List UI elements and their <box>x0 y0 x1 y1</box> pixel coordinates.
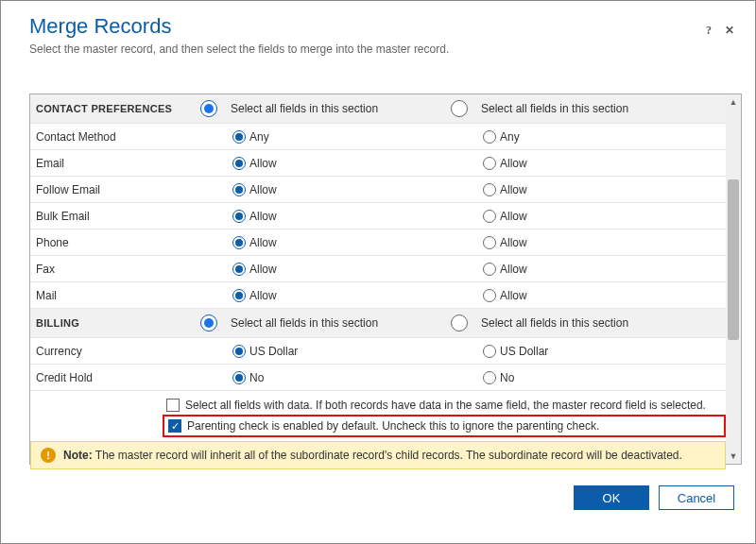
field-value-b: Allow <box>500 289 527 302</box>
cancel-button[interactable]: Cancel <box>659 485 734 510</box>
field-value-a: Allow <box>249 263 277 276</box>
dialog-subtitle: Select the master record, and then selec… <box>29 42 727 56</box>
field-radio-b[interactable] <box>483 130 496 144</box>
field-row-currency: Currency US Dollar US Dollar <box>30 338 726 365</box>
select-all-data-checkbox[interactable] <box>166 399 180 412</box>
field-radio-a[interactable] <box>232 345 246 358</box>
field-row-email: Email Allow Allow <box>30 150 726 177</box>
dialog-title: Merge Records <box>29 14 727 39</box>
field-value-b: Any <box>500 130 520 144</box>
select-all-data-option: Select all fields with data. If both rec… <box>163 396 726 415</box>
scroll-down-arrow-icon[interactable]: ▼ <box>726 449 741 464</box>
field-label: Phone <box>30 236 200 249</box>
section-label: CONTACT PREFERENCES <box>30 103 200 114</box>
select-all-section-b-label: Select all fields in this section <box>481 316 628 330</box>
parenting-check-label: Parenting check is enabled by default. U… <box>187 419 599 433</box>
field-radio-a[interactable] <box>232 130 246 144</box>
parenting-check-checkbox[interactable]: ✓ <box>168 419 181 433</box>
section-contact-preferences: CONTACT PREFERENCES Select all fields in… <box>30 94 726 124</box>
help-icon[interactable]: ? <box>706 24 712 38</box>
field-row-follow-email: Follow Email Allow Allow <box>30 177 726 203</box>
field-radio-a[interactable] <box>232 371 246 384</box>
field-radio-b[interactable] <box>483 236 496 249</box>
field-value-b: Allow <box>500 210 527 223</box>
field-row-mail: Mail Allow Allow <box>30 282 726 309</box>
merge-records-dialog: Merge Records Select the master record, … <box>1 1 755 521</box>
field-value-a: Allow <box>249 157 277 170</box>
field-row-phone: Phone Allow Allow <box>30 230 726 256</box>
field-value-a: Allow <box>249 236 277 249</box>
field-value-a: US Dollar <box>249 345 298 358</box>
field-value-a: Allow <box>249 210 277 223</box>
fields-scroll-area: CONTACT PREFERENCES Select all fields in… <box>29 94 742 465</box>
field-label: Bulk Email <box>30 210 200 223</box>
field-row-contact-method: Contact Method Any Any <box>30 124 726 150</box>
ok-button[interactable]: OK <box>574 485 649 510</box>
field-radio-a[interactable] <box>232 210 246 223</box>
note-body: The master record will inherit all of th… <box>95 449 682 462</box>
field-label: Contact Method <box>30 130 200 144</box>
field-value-b: Allow <box>500 157 527 170</box>
field-radio-a[interactable] <box>232 263 246 276</box>
field-radio-b[interactable] <box>483 157 496 170</box>
field-label: Fax <box>30 263 200 276</box>
select-all-section-b-label: Select all fields in this section <box>481 102 628 115</box>
field-radio-b[interactable] <box>483 263 496 276</box>
note-bar: ! Note: The master record will inherit a… <box>30 441 726 469</box>
field-radio-a[interactable] <box>232 157 246 170</box>
field-row-bulk-email: Bulk Email Allow Allow <box>30 203 726 230</box>
scroll-thumb[interactable] <box>728 179 739 340</box>
field-value-b: Allow <box>500 236 527 249</box>
dialog-header: Merge Records Select the master record, … <box>1 1 755 65</box>
field-value-b: No <box>500 371 514 384</box>
select-all-section-b-radio[interactable] <box>451 100 468 117</box>
fields-grid: CONTACT PREFERENCES Select all fields in… <box>30 94 726 464</box>
select-all-section-b-radio[interactable] <box>451 314 468 332</box>
field-radio-b[interactable] <box>483 210 496 223</box>
field-radio-a[interactable] <box>232 183 246 196</box>
field-label: Credit Hold <box>30 371 200 384</box>
field-radio-b[interactable] <box>483 345 496 358</box>
field-radio-a[interactable] <box>232 289 246 302</box>
field-label: Currency <box>30 345 200 358</box>
field-value-b: Allow <box>500 183 527 196</box>
vertical-scrollbar[interactable]: ▲ ▼ <box>726 94 741 464</box>
field-value-a: Allow <box>249 183 277 196</box>
select-all-section-a-label: Select all fields in this section <box>231 316 378 330</box>
field-radio-b[interactable] <box>483 371 496 384</box>
select-all-section-a-radio[interactable] <box>200 314 217 332</box>
section-billing: BILLING Select all fields in this sectio… <box>30 309 726 338</box>
field-value-a: Any <box>249 130 269 144</box>
select-all-data-label: Select all fields with data. If both rec… <box>185 399 706 412</box>
field-value-b: US Dollar <box>500 345 548 358</box>
field-row-credit-hold: Credit Hold No No <box>30 365 726 391</box>
note-prefix: Note: <box>63 449 93 462</box>
note-text: Note: The master record will inherit all… <box>63 449 682 462</box>
close-icon[interactable]: ✕ <box>725 24 734 38</box>
scroll-up-arrow-icon[interactable]: ▲ <box>726 94 741 110</box>
bottom-options: Select all fields with data. If both rec… <box>30 391 726 437</box>
field-value-b: Allow <box>500 263 527 276</box>
section-label: BILLING <box>30 317 200 329</box>
field-label: Mail <box>30 289 200 302</box>
field-label: Email <box>30 157 200 170</box>
field-radio-b[interactable] <box>483 183 496 196</box>
field-row-fax: Fax Allow Allow <box>30 256 726 282</box>
select-all-section-a-radio[interactable] <box>200 100 217 117</box>
dialog-footer: OK Cancel <box>1 474 755 521</box>
field-value-a: Allow <box>249 289 277 302</box>
warning-icon: ! <box>41 448 56 463</box>
field-label: Follow Email <box>30 183 200 196</box>
parenting-check-option: ✓ Parenting check is enabled by default.… <box>163 415 726 437</box>
field-radio-b[interactable] <box>483 289 496 302</box>
select-all-section-a-label: Select all fields in this section <box>231 102 378 115</box>
field-radio-a[interactable] <box>232 236 246 249</box>
field-value-a: No <box>249 371 264 384</box>
